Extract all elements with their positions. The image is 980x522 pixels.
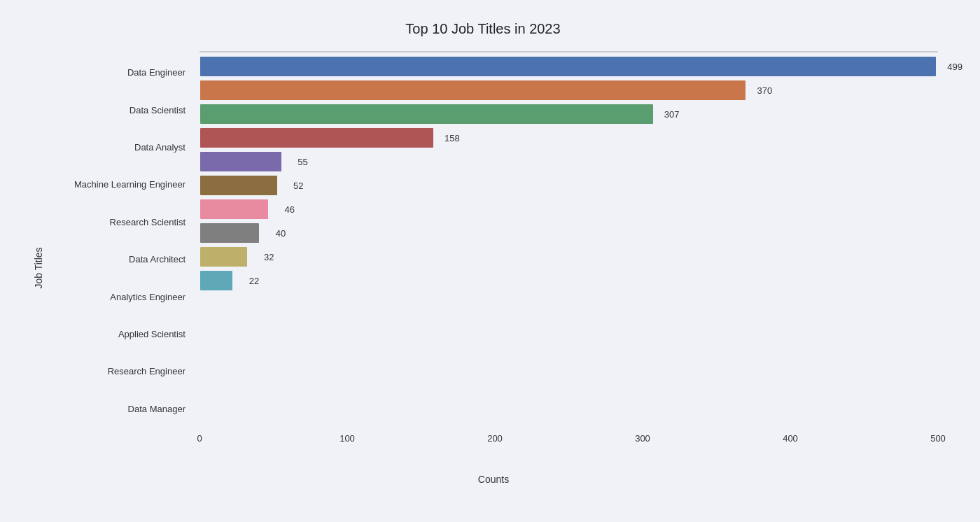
y-axis-label: Job Titles <box>33 247 44 288</box>
plot-area: 499370307158555246403222 <box>200 51 938 52</box>
plot-wrapper: Data EngineerData ScientistData AnalystM… <box>200 51 938 430</box>
y-label: Analytics Engineer <box>52 278 192 315</box>
bar-wrap: 55 <box>200 152 937 171</box>
bar-value: 158 <box>444 133 460 143</box>
bar-row: 307 <box>200 102 937 126</box>
y-label: Research Scientist <box>52 204 192 241</box>
bar: 158 <box>200 128 433 148</box>
y-axis-label-container: Job Titles <box>28 51 49 485</box>
bar-wrap: 52 <box>200 176 937 195</box>
y-label: Machine Learning Engineer <box>52 166 192 203</box>
bar-row: 22 <box>200 269 937 292</box>
bar-row: 40 <box>200 221 937 245</box>
bar-wrap: 158 <box>200 128 937 148</box>
x-tick: 500 <box>930 433 946 444</box>
x-tick: 300 <box>635 433 650 444</box>
y-label: Applied Scientist <box>52 316 192 353</box>
bar-row: 52 <box>200 174 937 197</box>
bar-value: 32 <box>264 252 274 262</box>
y-label: Research Engineer <box>52 353 192 390</box>
bar: 46 <box>200 199 268 219</box>
y-label: Data Manager <box>52 390 192 428</box>
bar: 370 <box>200 80 746 100</box>
bar: 22 <box>200 271 232 290</box>
bar-row: 158 <box>200 126 937 150</box>
bar-wrap: 22 <box>200 271 937 290</box>
bar: 52 <box>200 176 277 195</box>
y-label: Data Engineer <box>52 54 192 91</box>
y-labels: Data EngineerData ScientistData AnalystM… <box>52 51 192 430</box>
bar-value: 307 <box>664 109 680 120</box>
chart-container: Top 10 Job Titles in 2023 Job Titles Dat… <box>0 0 980 522</box>
bar: 499 <box>200 57 936 76</box>
bar-value: 40 <box>276 228 286 239</box>
y-label: Data Architect <box>52 241 192 278</box>
x-tick: 400 <box>783 433 798 444</box>
x-axis: 0100200300400500 <box>200 433 938 454</box>
bar-row: 32 <box>200 245 937 269</box>
bar-row: 499 <box>200 55 937 78</box>
bar: 307 <box>200 104 653 124</box>
x-tick: 200 <box>487 433 503 444</box>
x-tick: 0 <box>197 433 202 444</box>
bar-value: 46 <box>284 204 294 215</box>
bar-row: 55 <box>200 150 937 174</box>
y-label: Data Scientist <box>52 91 192 128</box>
bar-row: 370 <box>200 78 937 102</box>
bar-value: 55 <box>298 157 307 167</box>
bar: 32 <box>200 247 247 267</box>
bar-value: 370 <box>757 85 773 96</box>
bar-wrap: 40 <box>200 223 937 243</box>
bar: 40 <box>200 223 259 243</box>
chart-area: Job Titles Data EngineerData ScientistDa… <box>28 51 938 485</box>
chart-inner: Data EngineerData ScientistData AnalystM… <box>49 51 938 485</box>
bar-value: 22 <box>249 276 259 286</box>
bar-wrap: 46 <box>200 199 937 219</box>
bar-wrap: 32 <box>200 247 937 267</box>
bar-wrap: 370 <box>200 80 937 100</box>
bar: 55 <box>200 152 281 171</box>
x-tick: 100 <box>340 433 355 444</box>
y-label: Data Analyst <box>52 129 192 166</box>
bar-wrap: 499 <box>200 57 937 76</box>
bar-wrap: 307 <box>200 104 937 124</box>
chart-title: Top 10 Job Titles in 2023 <box>28 21 938 37</box>
bar-value: 52 <box>293 181 303 191</box>
bars-container: 499370307158555246403222 <box>200 52 937 57</box>
bar-value: 499 <box>947 62 962 72</box>
x-axis-label: Counts <box>49 474 938 485</box>
bar-row: 46 <box>200 197 937 221</box>
